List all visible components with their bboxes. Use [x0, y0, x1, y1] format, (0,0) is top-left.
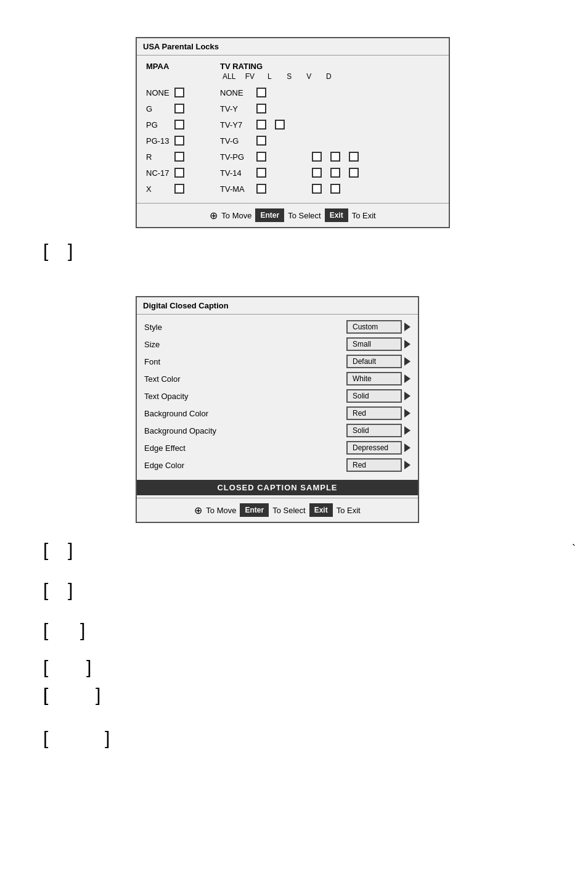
dcc-style-arrow[interactable]	[404, 323, 410, 331]
tv-pg-s[interactable]	[312, 152, 322, 162]
bracket-4-left: [	[43, 620, 48, 641]
tv-row-14[interactable]: TV-14	[220, 165, 439, 181]
enter-key[interactable]: Enter	[255, 208, 284, 222]
dcc-value-style[interactable]: Custom	[346, 320, 410, 334]
dcc-enter-key[interactable]: Enter	[240, 503, 269, 517]
tv-ma-s[interactable]	[312, 184, 322, 194]
mpaa-row-pg13[interactable]: PG-13	[146, 133, 220, 149]
dcc-edge-effect-value: Depressed	[346, 441, 402, 455]
mpaa-label-g: G	[146, 104, 171, 113]
dcc-edge-color-value: Red	[346, 458, 402, 472]
parental-footer: ⊕ To Move Enter To Select Exit To Exit	[137, 203, 449, 227]
dcc-row-bg-opacity[interactable]: Background Opacity Solid	[144, 422, 410, 439]
dcc-bg-color-arrow[interactable]	[404, 409, 410, 418]
dcc-panel-title: Digital Closed Caption	[137, 297, 418, 315]
mpaa-check-g[interactable]	[174, 104, 184, 113]
mpaa-label-x: X	[146, 184, 171, 194]
mpaa-check-pg[interactable]	[174, 120, 184, 130]
exit-key[interactable]: Exit	[325, 208, 348, 222]
dcc-row-text-color[interactable]: Text Color White	[144, 370, 410, 387]
tv-label-y7: TV-Y7	[220, 120, 254, 130]
dcc-size-arrow[interactable]	[404, 340, 410, 348]
tv-14-v[interactable]	[330, 168, 340, 178]
mpaa-check-none[interactable]	[174, 88, 184, 97]
tv-sub-l: L	[264, 72, 275, 81]
tv-sub-v: V	[303, 72, 314, 81]
mpaa-row-r[interactable]: R	[146, 149, 220, 165]
dcc-footer-exit-label: To Exit	[337, 506, 361, 515]
dcc-label-edge-effect: Edge Effect	[144, 443, 186, 453]
bracket-6-left: [	[43, 685, 48, 706]
bracket-4-right: ]	[80, 620, 85, 641]
tv-row-y[interactable]: TV-Y	[220, 101, 439, 117]
dcc-text-opacity-arrow[interactable]	[404, 392, 410, 400]
tv-row-g[interactable]: TV-G	[220, 133, 439, 149]
tv-y7-fv[interactable]	[275, 120, 285, 130]
dcc-edge-color-arrow[interactable]	[404, 461, 410, 469]
dcc-bg-color-value: Red	[346, 406, 402, 420]
mpaa-row-nc17[interactable]: NC-17	[146, 165, 220, 181]
dcc-row-bg-color[interactable]: Background Color Red	[144, 405, 410, 422]
dcc-value-bg-color[interactable]: Red	[346, 406, 410, 420]
tv-14-all[interactable]	[256, 168, 266, 178]
dcc-label-edge-color: Edge Color	[144, 461, 184, 470]
dcc-font-arrow[interactable]	[404, 357, 410, 366]
tv-row-none[interactable]: NONE	[220, 84, 439, 101]
tv-ma-v[interactable]	[330, 184, 340, 194]
dcc-value-text-color[interactable]: White	[346, 372, 410, 385]
bracket-2-left: [	[43, 540, 48, 561]
mpaa-row-x[interactable]: X	[146, 181, 220, 197]
tv-14-s[interactable]	[312, 168, 322, 178]
mpaa-label-none: NONE	[146, 88, 171, 97]
mpaa-check-nc17[interactable]	[174, 168, 184, 178]
dcc-value-edge-color[interactable]: Red	[346, 458, 410, 472]
dcc-footer-select: To Select	[272, 506, 305, 515]
tv-pg-v[interactable]	[330, 152, 340, 162]
dcc-exit-key[interactable]: Exit	[309, 503, 333, 517]
dcc-edge-effect-arrow[interactable]	[404, 443, 410, 452]
tv-rating-sub-headers: ALL FV L S V D	[223, 72, 439, 81]
tv-g-all[interactable]	[256, 136, 266, 146]
dcc-row-style[interactable]: Style Custom	[144, 318, 410, 336]
dcc-label-bg-opacity: Background Opacity	[144, 426, 216, 435]
tv-row-ma[interactable]: TV-MA	[220, 181, 439, 197]
tv-pg-d[interactable]	[349, 152, 359, 162]
mpaa-label-nc17: NC-17	[146, 168, 171, 178]
dcc-value-bg-opacity[interactable]: Solid	[346, 424, 410, 437]
tv-row-y7[interactable]: TV-Y7	[220, 117, 439, 133]
tv-ma-all[interactable]	[256, 184, 266, 194]
mpaa-row-none[interactable]: NONE	[146, 84, 220, 101]
dcc-row-size[interactable]: Size Small	[144, 336, 410, 353]
mpaa-row-pg[interactable]: PG	[146, 117, 220, 133]
tv-y7-all[interactable]	[256, 120, 266, 130]
tv-sub-fv: FV	[244, 72, 255, 81]
dcc-bg-opacity-arrow[interactable]	[404, 426, 410, 435]
bracket-2-right: ]	[68, 540, 73, 561]
mpaa-check-r[interactable]	[174, 152, 184, 162]
tv-sub-s: S	[284, 72, 295, 81]
dcc-value-text-opacity[interactable]: Solid	[346, 389, 410, 403]
tv-none-all[interactable]	[256, 88, 266, 97]
dcc-value-size[interactable]: Small	[346, 337, 410, 351]
dcc-value-edge-effect[interactable]: Depressed	[346, 441, 410, 455]
mpaa-row-g[interactable]: G	[146, 101, 220, 117]
tv-label-y: TV-Y	[220, 104, 254, 113]
mpaa-check-x[interactable]	[174, 184, 184, 194]
dcc-row-edge-effect[interactable]: Edge Effect Depressed	[144, 439, 410, 456]
dcc-text-opacity-value: Solid	[346, 389, 402, 403]
footer-move-label: To Move	[221, 211, 251, 220]
tv-pg-all[interactable]	[256, 152, 266, 162]
tv-y-all[interactable]	[256, 104, 266, 113]
dcc-value-font[interactable]: Default	[346, 355, 410, 368]
mpaa-check-pg13[interactable]	[174, 136, 184, 146]
dcc-row-text-opacity[interactable]: Text Opacity Solid	[144, 387, 410, 405]
tv-14-d[interactable]	[349, 168, 359, 178]
dcc-sample-bar: CLOSED CAPTION SAMPLE	[137, 480, 418, 495]
dcc-row-edge-color[interactable]: Edge Color Red	[144, 456, 410, 474]
tv-row-pg[interactable]: TV-PG	[220, 149, 439, 165]
tv-label-ma: TV-MA	[220, 184, 254, 194]
dcc-row-font[interactable]: Font Default	[144, 353, 410, 370]
dcc-text-color-arrow[interactable]	[404, 374, 410, 383]
mpaa-label-pg: PG	[146, 120, 171, 130]
footer-select-label: To Select	[288, 211, 321, 220]
